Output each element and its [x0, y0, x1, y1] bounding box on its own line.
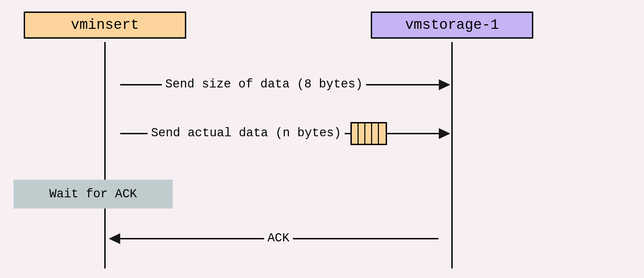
note-wait-ack: Wait for ACK — [14, 180, 173, 209]
participant-left-label: vminsert — [71, 17, 139, 33]
lifeline-vmstorage — [451, 42, 453, 269]
arrowhead-ack — [109, 233, 120, 244]
note-wait-label: Wait for ACK — [49, 187, 137, 201]
data-bar — [372, 123, 379, 144]
data-bar — [359, 123, 365, 144]
data-bar — [379, 123, 386, 144]
lifeline-vminsert — [104, 42, 106, 269]
data-bar — [352, 123, 359, 144]
arrowhead-send-size — [439, 79, 450, 90]
arrow-send-size-label: Send size of data (8 bytes) — [162, 77, 366, 91]
arrow-send-data-label: Send actual data (n bytes) — [148, 126, 345, 140]
participant-vminsert: vminsert — [24, 12, 186, 39]
arrow-ack-label: ACK — [264, 231, 293, 245]
data-bar — [365, 123, 372, 144]
arrowhead-send-data — [439, 128, 450, 139]
participant-right-label: vmstorage-1 — [405, 17, 499, 33]
participant-vmstorage: vmstorage-1 — [371, 12, 533, 39]
data-packet-icon — [350, 122, 387, 145]
